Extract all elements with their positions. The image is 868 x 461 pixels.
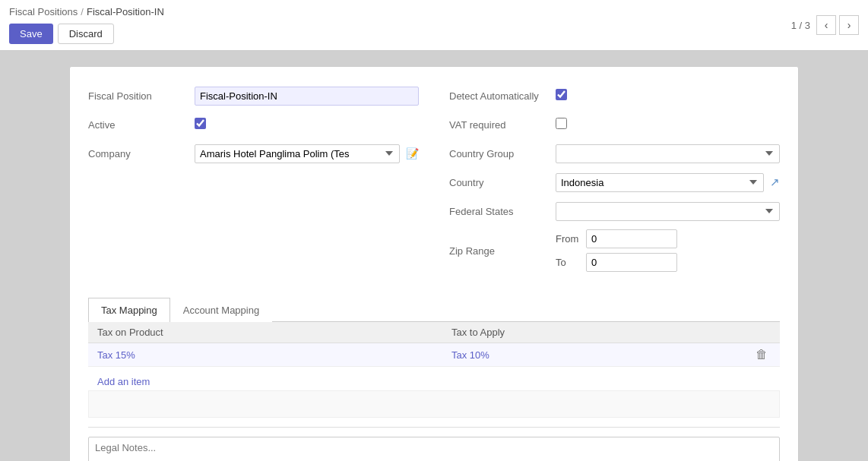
breadcrumb-current: Fiscal-Position-IN: [87, 6, 164, 17]
country-select-wrap: Indonesia: [556, 173, 764, 192]
col-tax-on-product: Tax on Product: [88, 322, 442, 343]
company-label: Company: [88, 148, 195, 159]
detect-auto-row: Detect Automatically: [449, 85, 780, 106]
fiscal-position-label: Fiscal Position: [88, 90, 195, 102]
zip-from-input[interactable]: [586, 229, 677, 248]
tab-account-mapping[interactable]: Account Mapping: [170, 298, 272, 322]
zip-to-input[interactable]: [586, 253, 677, 272]
table-header-row: Tax on Product Tax to Apply: [88, 322, 780, 343]
zip-range-row: Zip Range From To: [449, 229, 780, 272]
breadcrumb-parent[interactable]: Fiscal Positions: [9, 6, 78, 17]
fiscal-position-input[interactable]: [195, 87, 419, 106]
zip-row-inner: From To: [556, 229, 780, 272]
country-external-link[interactable]: ↗: [770, 175, 780, 189]
federal-states-select[interactable]: [556, 202, 780, 221]
table-row: Tax 15% Tax 10% 🗑: [88, 343, 780, 367]
prev-button[interactable]: ‹: [816, 15, 836, 35]
zip-range-label: Zip Range: [449, 245, 556, 257]
federal-states-label: Federal States: [449, 206, 556, 217]
next-button[interactable]: ›: [839, 15, 859, 35]
active-value: [195, 118, 419, 131]
tax-on-product-cell: Tax 15%: [88, 343, 442, 367]
vat-required-value: [556, 118, 780, 131]
country-row-inner: Indonesia ↗: [556, 173, 780, 192]
pagination: 1 / 3 ‹ ›: [791, 15, 859, 35]
country-group-value: [556, 144, 780, 163]
detect-auto-checkbox[interactable]: [556, 89, 567, 100]
form-section: Fiscal Position Active Company: [88, 85, 780, 279]
fiscal-position-value: [195, 87, 419, 106]
discard-button[interactable]: Discard: [58, 24, 114, 44]
country-group-select[interactable]: [556, 144, 780, 163]
main-card: Fiscal Position Active Company: [69, 66, 799, 461]
country-label: Country: [449, 177, 556, 188]
breadcrumb-separator: /: [81, 6, 84, 17]
tax-mapping-panel: Tax on Product Tax to Apply Tax 15% Tax …: [88, 322, 780, 418]
vat-required-row: VAT required: [449, 114, 780, 135]
zip-range-value: From To: [556, 229, 780, 272]
empty-area: [88, 390, 780, 418]
col-actions: [743, 322, 780, 343]
active-row: Active: [88, 114, 419, 135]
col-tax-to-apply: Tax to Apply: [442, 322, 743, 343]
toolbar-buttons: Save Discard: [9, 24, 164, 44]
pagination-text: 1 / 3: [791, 20, 810, 31]
detect-auto-value: [556, 89, 780, 103]
zip-from-entry: From: [556, 229, 780, 248]
vat-required-checkbox[interactable]: [556, 118, 567, 129]
country-value: Indonesia ↗: [556, 173, 780, 192]
company-external-link[interactable]: 📝: [406, 147, 419, 159]
save-button[interactable]: Save: [9, 24, 53, 44]
form-left: Fiscal Position Active Company: [88, 85, 419, 279]
federal-states-row: Federal States: [449, 201, 780, 222]
country-group-label: Country Group: [449, 148, 556, 159]
country-select[interactable]: Indonesia: [556, 173, 764, 192]
active-checkbox[interactable]: [195, 118, 206, 129]
zip-to-label: To: [556, 257, 580, 268]
zip-to-entry: To: [556, 253, 780, 272]
form-right: Detect Automatically VAT required Countr…: [449, 85, 780, 279]
tabs: Tax Mapping Account Mapping: [88, 298, 780, 322]
company-row: Company Amaris Hotel Panglima Polim (Tes…: [88, 143, 419, 164]
active-label: Active: [88, 119, 195, 131]
delete-row-button[interactable]: 🗑: [752, 348, 771, 362]
add-item-link[interactable]: Add an item: [88, 373, 159, 390]
fiscal-position-row: Fiscal Position: [88, 85, 419, 106]
tab-tax-mapping[interactable]: Tax Mapping: [88, 298, 170, 322]
topbar: Fiscal Positions / Fiscal-Position-IN Sa…: [0, 0, 868, 51]
federal-states-value: [556, 202, 780, 221]
content-area: Fiscal Position Active Company: [0, 51, 868, 461]
legal-notes-textarea[interactable]: [88, 437, 780, 461]
vat-required-label: VAT required: [449, 119, 556, 131]
country-group-row: Country Group: [449, 143, 780, 164]
company-value: Amaris Hotel Panglima Polim (Tes 📝: [195, 144, 419, 163]
delete-cell: 🗑: [743, 343, 780, 367]
company-row-inner: Amaris Hotel Panglima Polim (Tes 📝: [195, 144, 419, 163]
zip-from-label: From: [556, 233, 580, 245]
tax-mapping-table: Tax on Product Tax to Apply Tax 15% Tax …: [88, 322, 780, 367]
country-row: Country Indonesia ↗: [449, 172, 780, 193]
tax-to-apply-cell: Tax 10%: [442, 343, 743, 367]
detect-auto-label: Detect Automatically: [449, 90, 556, 102]
breadcrumb: Fiscal Positions / Fiscal-Position-IN: [9, 6, 164, 17]
company-select[interactable]: Amaris Hotel Panglima Polim (Tes: [195, 144, 400, 163]
divider: [88, 427, 780, 428]
company-select-wrap: Amaris Hotel Panglima Polim (Tes: [195, 144, 400, 163]
